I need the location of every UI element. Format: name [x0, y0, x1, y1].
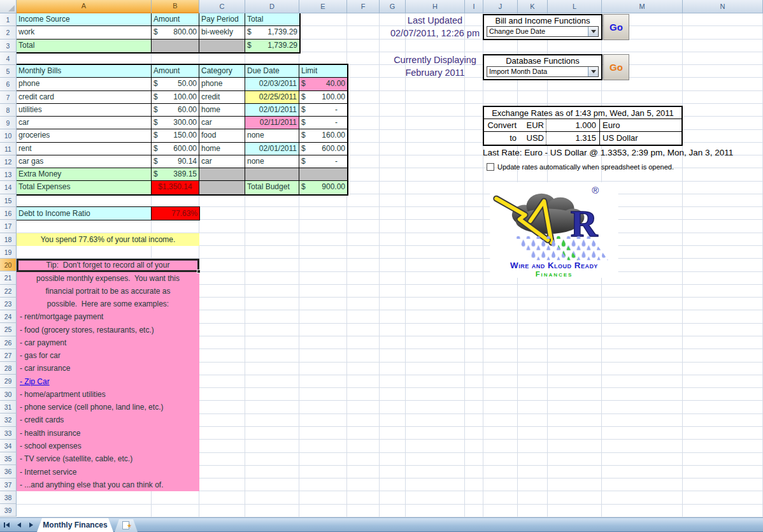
row-header-1[interactable]: 1 — [0, 13, 17, 26]
row-header-7[interactable]: 7 — [0, 91, 17, 104]
row-header-22[interactable]: 22 — [0, 285, 17, 298]
bill-amount[interactable]: $90.14 — [152, 155, 199, 168]
column-header-C[interactable]: C — [199, 0, 245, 13]
bill-due-date[interactable]: 02/11/2011 — [245, 117, 299, 129]
row-header-34[interactable]: 34 — [0, 440, 17, 452]
bill-limit[interactable]: $- — [299, 155, 347, 168]
bills-header-category[interactable]: Category — [199, 65, 245, 78]
column-header-B[interactable]: B — [152, 0, 199, 13]
row-header-2[interactable]: 2 — [0, 26, 17, 39]
row-header-32[interactable]: 32 — [0, 413, 17, 426]
extra-money-label[interactable]: Extra Money — [17, 168, 152, 181]
blank-cell[interactable] — [199, 181, 245, 194]
row-header-17[interactable]: 17 — [0, 220, 17, 233]
row-header-27[interactable]: 27 — [0, 349, 17, 362]
bill-limit[interactable]: $600.00 — [299, 143, 347, 155]
row-header-5[interactable]: 5 — [0, 65, 17, 78]
row-header-4[interactable]: 4 — [0, 52, 17, 65]
column-header-K[interactable]: K — [518, 0, 548, 13]
income-header-period[interactable]: Pay Period — [199, 13, 245, 26]
database-functions-dropdown[interactable]: Import Month Data — [487, 66, 599, 77]
row-header-25[interactable]: 25 — [0, 323, 17, 336]
bill-due-date[interactable]: none — [245, 129, 299, 142]
row-header-18[interactable]: 18 — [0, 233, 17, 246]
bill-name[interactable]: utilities — [17, 104, 152, 117]
row-header-24[interactable]: 24 — [0, 310, 17, 323]
row-header-37[interactable]: 37 — [0, 478, 17, 491]
bill-category[interactable]: food — [199, 129, 245, 142]
column-header-L[interactable]: L — [548, 0, 602, 13]
income-total-label[interactable]: Total — [17, 40, 152, 52]
bill-limit[interactable]: $- — [299, 117, 347, 129]
row-header-33[interactable]: 33 — [0, 427, 17, 440]
column-header-A[interactable]: A — [17, 0, 152, 13]
fill-handle[interactable] — [197, 270, 201, 273]
previous-sheet-button[interactable] — [15, 521, 23, 529]
row-header-19[interactable]: 19 — [0, 246, 17, 259]
row-header-20[interactable]: 20 — [0, 259, 17, 271]
bill-due-date[interactable]: 02/03/2011 — [245, 78, 299, 90]
bill-limit[interactable]: $100.00 — [299, 91, 347, 104]
row-header-14[interactable]: 14 — [0, 181, 17, 194]
total-expenses-value[interactable]: $1,350.14 — [152, 181, 199, 194]
income-row-total[interactable]: $1,739.29 — [245, 26, 299, 39]
column-header-M[interactable]: M — [602, 0, 683, 13]
row-header-10[interactable]: 10 — [0, 129, 17, 142]
bills-header-name[interactable]: Monthly Bills — [17, 65, 152, 78]
blank-cell[interactable] — [299, 168, 347, 181]
bill-category[interactable]: credit — [199, 91, 245, 104]
column-header-N[interactable]: N — [683, 0, 763, 13]
blank-cell[interactable] — [199, 168, 245, 181]
spending-note[interactable]: You spend 77.63% of your total income. — [17, 233, 199, 246]
select-all-corner[interactable] — [0, 0, 17, 13]
bill-category[interactable]: home — [199, 143, 245, 155]
tab-monthly-finances[interactable]: Monthly Finances — [37, 518, 113, 532]
bill-limit[interactable]: $160.00 — [299, 129, 347, 142]
row-header-30[interactable]: 30 — [0, 388, 17, 401]
bill-amount[interactable]: $150.00 — [152, 129, 199, 142]
tip-block[interactable]: Tip: Don't forget to record all of your … — [17, 259, 199, 491]
first-sheet-button[interactable] — [3, 521, 11, 529]
income-total-blank1[interactable] — [152, 40, 199, 52]
total-expenses-label[interactable]: Total Expenses — [17, 181, 152, 194]
row-header-6[interactable]: 6 — [0, 78, 17, 90]
total-budget-label[interactable]: Total Budget — [245, 181, 299, 194]
bill-category[interactable]: phone — [199, 78, 245, 90]
income-total-value[interactable]: $1,739.29 — [245, 40, 299, 52]
bill-name[interactable]: groceries — [17, 129, 152, 142]
total-budget-value[interactable]: $900.00 — [299, 181, 347, 194]
bill-category[interactable]: car — [199, 117, 245, 129]
bill-name[interactable]: phone — [17, 78, 152, 90]
next-sheet-button[interactable] — [27, 521, 35, 529]
row-header-13[interactable]: 13 — [0, 168, 17, 181]
debt-ratio-label[interactable]: Debt to Income Ratio — [17, 207, 152, 220]
bill-category[interactable]: car — [199, 155, 245, 168]
bills-header-due[interactable]: Due Date — [245, 65, 299, 78]
update-rates-checkbox[interactable] — [487, 163, 494, 171]
chevron-down-icon[interactable] — [588, 27, 598, 36]
bill-due-date[interactable]: 02/01/2011 — [245, 143, 299, 155]
income-row-amount[interactable]: $800.00 — [152, 26, 199, 39]
database-functions-go-button[interactable]: Go — [603, 54, 629, 80]
debt-ratio-value[interactable]: 77.63% — [152, 207, 199, 220]
bill-functions-dropdown[interactable]: Change Due Date — [487, 26, 599, 37]
row-header-9[interactable]: 9 — [0, 117, 17, 129]
row-header-39[interactable]: 39 — [0, 504, 17, 517]
bill-amount[interactable]: $50.00 — [152, 78, 199, 90]
eur-rate-value[interactable]: 1.000 — [546, 119, 600, 131]
row-header-35[interactable]: 35 — [0, 452, 17, 465]
zip-car-link[interactable]: - Zip Car — [17, 375, 199, 388]
column-header-I[interactable]: I — [465, 0, 483, 13]
column-header-E[interactable]: E — [299, 0, 347, 13]
row-header-36[interactable]: 36 — [0, 465, 17, 478]
usd-rate-value[interactable]: 1.315 — [546, 132, 600, 145]
extra-money-value[interactable]: $389.15 — [152, 168, 199, 181]
row-header-38[interactable]: 38 — [0, 491, 17, 504]
income-row-name[interactable]: work — [17, 26, 152, 39]
chevron-down-icon[interactable] — [588, 67, 598, 76]
income-total-blank2[interactable] — [199, 40, 245, 52]
bill-functions-go-button[interactable]: Go — [603, 14, 629, 40]
bill-name[interactable]: credit card — [17, 91, 152, 104]
income-header-total[interactable]: Total — [245, 13, 299, 26]
bill-category[interactable]: home — [199, 104, 245, 117]
